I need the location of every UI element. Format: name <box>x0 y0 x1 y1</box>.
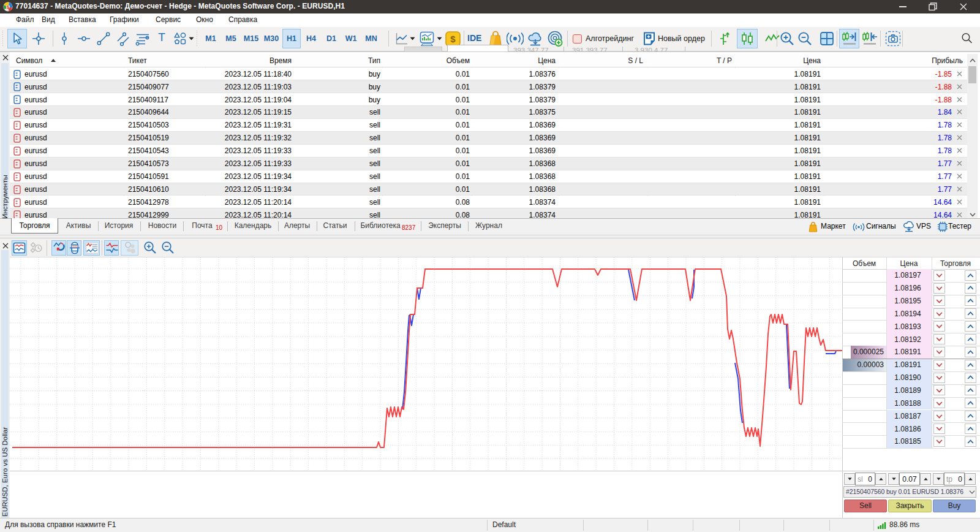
svg-text:$: $ <box>7 4 10 10</box>
svg-text:$: $ <box>450 34 456 44</box>
